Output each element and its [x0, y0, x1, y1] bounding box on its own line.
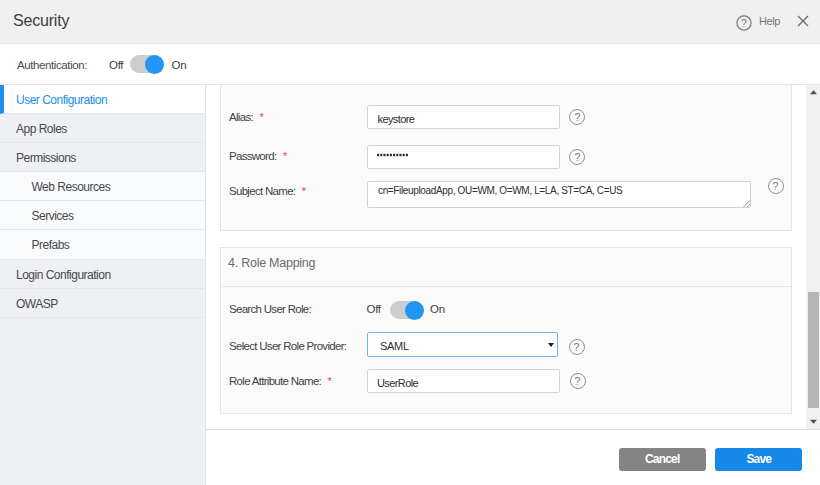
- svg-text:?: ?: [741, 16, 747, 28]
